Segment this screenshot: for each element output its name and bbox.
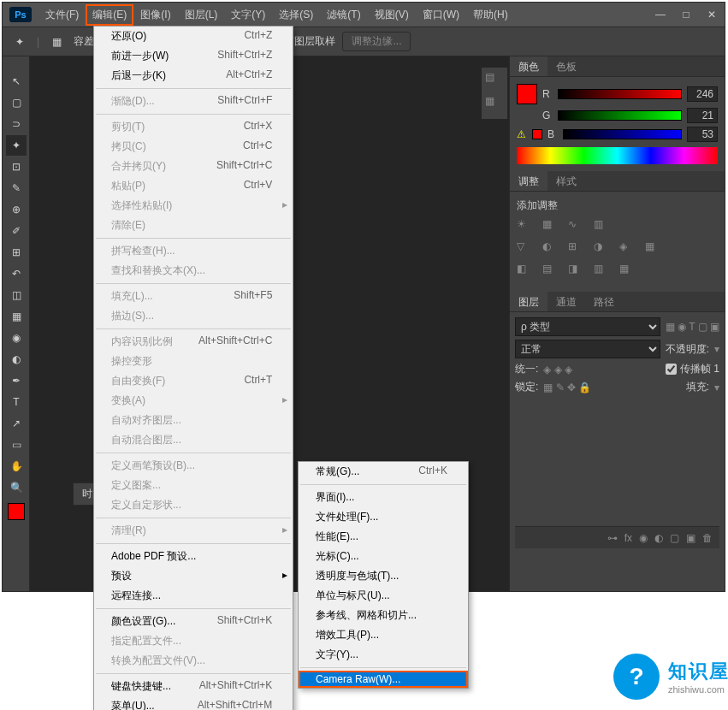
menu-entry[interactable]: 键盘快捷键...Alt+Shift+Ctrl+K [94,677,293,696]
menu-window[interactable]: 窗口(W) [416,4,466,26]
eraser-tool[interactable]: ◫ [6,285,27,305]
posterize-icon[interactable]: ▤ [542,263,559,280]
lasso-tool[interactable]: ⊃ [6,114,27,134]
b-slider[interactable] [563,129,682,139]
menu-view[interactable]: 视图(V) [368,4,416,26]
vibrance-icon[interactable]: ▽ [517,240,534,257]
delete-layer-icon[interactable]: 🗑 [702,532,713,544]
sample-mode-icon[interactable]: ▦ [46,32,67,52]
bw-icon[interactable]: ◑ [594,240,611,257]
threshold-icon[interactable]: ◨ [568,263,585,280]
selective-icon[interactable]: ▦ [619,263,636,280]
menu-layer[interactable]: 图层(L) [178,4,225,26]
blend-mode-select[interactable]: 正常 [515,340,660,358]
crop-tool[interactable]: ⊡ [6,157,27,177]
dodge-tool[interactable]: ◐ [6,349,27,370]
styles-tab[interactable]: 样式 [547,171,585,191]
menu-entry[interactable]: 预设▸ [94,566,293,586]
brush-tool[interactable]: ✐ [6,221,27,241]
b-input[interactable] [687,127,718,142]
type-tool[interactable]: T [6,392,27,412]
menu-entry[interactable]: 后退一步(K)Alt+Ctrl+Z [94,66,293,86]
menu-filter[interactable]: 滤镜(T) [320,4,367,26]
close-button[interactable]: ✕ [699,5,725,24]
menu-entry[interactable]: Camera Raw(W)... [299,671,468,688]
fx-icon[interactable]: fx [624,532,632,544]
menu-entry: 剪切(T)Ctrl+X [94,117,293,137]
color-tab[interactable]: 颜色 [510,56,547,76]
history-brush-tool[interactable]: ↶ [6,263,27,284]
menu-entry[interactable]: 还原(O)Ctrl+Z [94,27,293,46]
menu-entry[interactable]: 性能(E)... [299,527,468,547]
r-input[interactable] [687,86,718,102]
menu-entry[interactable]: 远程连接... [94,586,293,606]
minimize-button[interactable]: — [648,5,673,24]
menu-entry[interactable]: Adobe PDF 预设... [94,547,293,566]
eyedropper-tool[interactable]: ✎ [6,178,27,198]
levels-icon[interactable]: ▦ [542,218,559,235]
menu-entry[interactable]: 光标(C)... [299,547,468,566]
menu-entry[interactable]: 界面(I)... [299,488,468,507]
menu-image[interactable]: 图像(I) [133,4,177,26]
mixer-icon[interactable]: ▦ [645,240,662,257]
move-tool[interactable]: ↖ [6,71,27,92]
menu-help[interactable]: 帮助(H) [466,4,515,26]
menu-entry[interactable]: 菜单(U)...Alt+Shift+Ctrl+M [94,696,293,710]
menu-entry[interactable]: 常规(G)...Ctrl+K [299,462,468,482]
menu-type[interactable]: 文字(Y) [224,4,272,26]
magic-wand-tool[interactable]: ✦ [6,135,27,156]
r-slider[interactable] [558,89,682,99]
menu-entry[interactable]: 透明度与色域(T)... [299,566,468,586]
adjustments-tab[interactable]: 调整 [510,171,547,191]
swatches-tab[interactable]: 色板 [547,56,585,76]
layer-kind-select[interactable]: ρ 类型 [515,317,660,336]
spectrum-picker[interactable] [517,147,718,164]
shape-tool[interactable]: ▭ [6,435,27,455]
menu-entry[interactable]: 文字(Y)... [299,645,468,665]
paths-tab[interactable]: 路径 [585,292,623,311]
adjustment-layer-icon[interactable]: ◐ [654,532,663,544]
zoom-tool[interactable]: 🔍 [6,477,27,498]
stamp-tool[interactable]: ⊞ [6,242,27,263]
channels-tab[interactable]: 通道 [547,292,585,311]
filter-icons[interactable]: ▦ ◉ T ▢ ▣ [666,321,719,333]
group-icon[interactable]: ▢ [670,532,679,544]
new-layer-icon[interactable]: ▣ [686,532,695,544]
mask-icon[interactable]: ◉ [639,532,648,544]
menu-entry[interactable]: 单位与标尺(U)... [299,586,468,606]
curves-icon[interactable]: ∿ [568,218,585,235]
gradient-map-icon[interactable]: ▥ [594,263,611,280]
link-icon[interactable]: ⊶ [607,532,618,544]
refine-edge-button[interactable]: 调整边缘... [342,32,411,51]
menu-entry[interactable]: 参考线、网格和切片... [299,606,468,625]
photo-filter-icon[interactable]: ◈ [619,240,636,257]
menu-entry[interactable]: 文件处理(F)... [299,507,468,527]
gradient-tool[interactable]: ▦ [6,306,27,327]
exposure-icon[interactable]: ▥ [594,218,611,235]
menu-entry[interactable]: 颜色设置(G)...Shift+Ctrl+K [94,612,293,631]
g-slider[interactable] [558,110,682,121]
menu-entry[interactable]: 增效工具(P)... [299,625,468,645]
color-preview[interactable] [517,84,537,104]
hand-tool[interactable]: ✋ [6,456,27,476]
propagate-checkbox[interactable]: 传播帧 1 [666,362,719,376]
invert-icon[interactable]: ◧ [517,263,534,280]
g-input[interactable] [687,108,718,123]
menu-entry[interactable]: 前进一步(W)Shift+Ctrl+Z [94,46,293,66]
maximize-button[interactable]: □ [673,5,699,24]
properties-panel-icon[interactable]: ▦ [485,95,506,115]
layers-tab[interactable]: 图层 [510,292,547,311]
healing-tool[interactable]: ⊕ [6,199,27,220]
history-panel-icon[interactable]: ▤ [485,71,506,92]
balance-icon[interactable]: ⊞ [568,240,585,257]
menu-file[interactable]: 文件(F) [38,4,86,26]
pen-tool[interactable]: ✒ [6,370,27,391]
path-select-tool[interactable]: ↗ [6,413,27,434]
menu-edit[interactable]: 编辑(E) [86,4,133,26]
brightness-icon[interactable]: ☀ [517,218,534,235]
hue-icon[interactable]: ◐ [542,240,559,257]
menu-select[interactable]: 选择(S) [272,4,320,26]
marquee-tool[interactable]: ▢ [6,92,27,113]
foreground-color[interactable] [8,503,25,520]
blur-tool[interactable]: ◉ [6,328,27,348]
